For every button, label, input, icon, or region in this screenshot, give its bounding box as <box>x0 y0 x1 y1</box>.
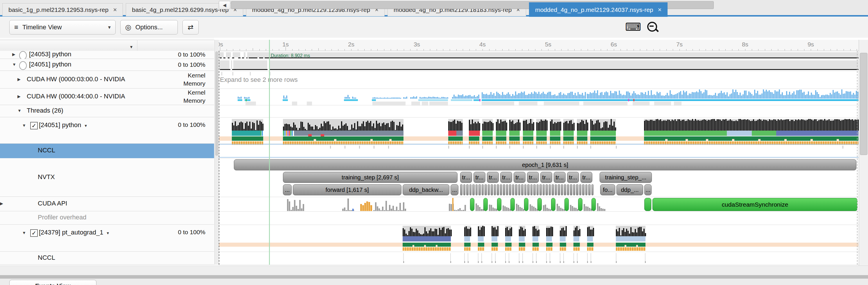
nvtx-micro-range[interactable] <box>515 184 517 195</box>
nvtx-micro-range[interactable] <box>530 184 533 195</box>
nvtx-micro-range[interactable] <box>482 184 484 195</box>
nvtx-micro-range[interactable] <box>533 184 536 195</box>
nvtx-forward-backward-range[interactable]: ... <box>283 184 292 195</box>
tree-expand-arrow-icon[interactable]: ▶ <box>18 94 21 99</box>
expand-hint-label[interactable]: Expand to see 2 more rows <box>220 76 298 83</box>
horizontal-scrollbar[interactable] <box>0 265 868 276</box>
nvtx-micro-range[interactable] <box>546 184 548 195</box>
nvtx-micro-range[interactable] <box>497 184 499 195</box>
radio-button[interactable] <box>19 61 27 70</box>
nvtx-micro-range[interactable] <box>463 184 466 195</box>
nvtx-training-step-range[interactable]: tr... <box>460 172 472 183</box>
nvtx-micro-range[interactable] <box>494 184 496 195</box>
nvtx-forward-backward-range[interactable]: forward [1,617 s] <box>293 184 401 195</box>
nvtx-micro-range[interactable] <box>567 184 569 195</box>
api-sync-bar[interactable] <box>510 198 515 211</box>
nvtx-micro-range[interactable] <box>466 184 469 195</box>
nvtx-micro-range[interactable] <box>460 184 462 195</box>
api-sync-bar[interactable] <box>644 198 651 211</box>
events-view-button[interactable]: Events View <box>9 280 96 285</box>
swap-button[interactable]: ⇄ <box>182 20 199 35</box>
nvtx-forward-backward-range[interactable]: ddp_... <box>616 184 643 195</box>
tree-row-profiler-overhead[interactable]: Profiler overhead <box>0 211 214 225</box>
api-sync-bar[interactable] <box>470 198 474 211</box>
tree-row-nccl[interactable]: NCCL <box>0 144 214 158</box>
nvtx-micro-range[interactable] <box>503 184 505 195</box>
nvtx-micro-range[interactable] <box>564 184 566 195</box>
nvtx-micro-range[interactable] <box>491 184 493 195</box>
scroll-left-button[interactable]: ◀ <box>219 1 230 9</box>
api-sync-bar[interactable] <box>484 198 488 211</box>
splitter-bar[interactable] <box>0 275 868 279</box>
tree-scrollbar[interactable] <box>214 40 219 265</box>
cuda-stream-synchronize-bar[interactable]: cudaStreamSynchronize <box>652 198 858 211</box>
nvtx-micro-range[interactable] <box>488 184 490 195</box>
nvtx-micro-range[interactable] <box>576 184 578 195</box>
nvtx-micro-range[interactable] <box>512 184 515 195</box>
sort-caret-icon[interactable]: ▾ <box>130 44 132 49</box>
nvtx-training-step-range[interactable]: tr... <box>473 172 486 183</box>
tree-expand-arrow-icon[interactable]: ▶ <box>18 77 21 81</box>
nvtx-micro-range[interactable] <box>582 184 585 195</box>
nvtx-micro-range[interactable] <box>485 184 487 195</box>
nvtx-micro-range[interactable] <box>506 184 508 195</box>
api-sync-bar[interactable] <box>578 198 583 211</box>
nvtx-micro-range[interactable] <box>521 184 524 195</box>
tree-header[interactable]: ▾ <box>0 40 214 51</box>
tree-row--24051-python[interactable]: ▼✓[24051] python▾0 to 100% <box>0 117 214 144</box>
tab-close-icon[interactable]: × <box>113 7 117 13</box>
nvtx-micro-range[interactable] <box>536 184 539 195</box>
tree-row-cuda-hw-0000-03-00-0-nvidia[interactable]: ▶CUDA HW (0000:03:00.0 - NVIDIAKernelMem… <box>0 71 214 88</box>
nvtx-forward-backward-range[interactable]: ddp_backw... <box>403 184 450 195</box>
nvtx-micro-range[interactable] <box>561 184 563 195</box>
checkbox[interactable]: ✓ <box>30 122 38 130</box>
tab-1[interactable]: basic_1g_p.mel2129.12953.nsys-rep× <box>2 3 123 16</box>
nvtx-training-step-range[interactable]: tr... <box>514 172 526 183</box>
nvtx-micro-range[interactable] <box>570 184 572 195</box>
tree-row-cuda-api[interactable]: ▶CUDA API <box>0 197 214 211</box>
nvtx-micro-range[interactable] <box>469 184 472 195</box>
api-sync-bar[interactable] <box>591 198 596 211</box>
nvtx-micro-range[interactable] <box>527 184 530 195</box>
nvtx-micro-range[interactable] <box>558 184 560 195</box>
tree-collapse-arrow-icon[interactable]: ▼ <box>22 123 26 128</box>
vertical-scrollbar-thumb[interactable] <box>860 53 867 155</box>
nvtx-micro-range[interactable] <box>542 184 545 195</box>
tree-row-cuda-hw-0000-44-00-0-nvidia[interactable]: ▶CUDA HW (0000:44:00.0 - NVIDIAKernelMem… <box>0 88 214 105</box>
nvtx-micro-range[interactable] <box>475 184 478 195</box>
tree-collapse-arrow-icon[interactable]: ▼ <box>22 230 26 235</box>
tree-row-nvtx[interactable]: NVTX <box>0 158 214 197</box>
options-button[interactable]: ◎ Options... <box>120 20 178 35</box>
tab-5[interactable]: modded_4g_no_p.mel2129.24037.nsys-rep× <box>529 2 668 17</box>
nvtx-training-step-range[interactable]: tr... <box>527 172 539 183</box>
zoom-out-icon[interactable] <box>647 22 659 33</box>
row-dropdown-caret-icon[interactable]: ▾ <box>106 230 109 236</box>
nvtx-micro-range[interactable] <box>549 184 551 195</box>
tree-row-nccl[interactable]: NCCL <box>0 252 214 265</box>
nvtx-micro-range[interactable] <box>509 184 511 195</box>
view-selector[interactable]: ≡ Timeline View ▾ <box>9 20 116 35</box>
nvtx-micro-range[interactable] <box>579 184 582 195</box>
tree-scrollbar-thumb[interactable] <box>215 51 218 156</box>
tree-collapse-arrow-icon[interactable]: ▼ <box>12 62 16 67</box>
row-dropdown-caret-icon[interactable]: ▾ <box>85 123 87 128</box>
nvtx-micro-range[interactable] <box>573 184 576 195</box>
nvtx-micro-range[interactable] <box>518 184 521 195</box>
api-sync-bar[interactable] <box>564 198 569 211</box>
nvtx-micro-range[interactable] <box>588 184 591 195</box>
tree-row-threads-26-[interactable]: ▼Threads (26) <box>0 105 214 117</box>
nvtx-micro-range[interactable] <box>472 184 475 195</box>
tab-close-icon[interactable]: × <box>658 7 662 13</box>
nvtx-training-step-range[interactable]: tr... <box>500 172 512 183</box>
nvtx-micro-range[interactable] <box>555 184 557 195</box>
nvtx-forward-backward-range[interactable]: fo... <box>600 184 615 195</box>
api-sync-bar[interactable] <box>537 198 542 211</box>
api-sync-bar[interactable] <box>497 198 501 211</box>
nvtx-micro-range[interactable] <box>478 184 481 195</box>
nvtx-micro-range[interactable] <box>591 184 594 195</box>
nvtx-micro-range[interactable] <box>552 184 554 195</box>
vertical-scrollbar[interactable] <box>859 40 868 265</box>
nvtx-training-step-range[interactable]: tr... <box>487 172 499 183</box>
nvtx-training-step-range[interactable]: tr... <box>581 172 592 183</box>
nvtx-micro-range[interactable] <box>500 184 502 195</box>
